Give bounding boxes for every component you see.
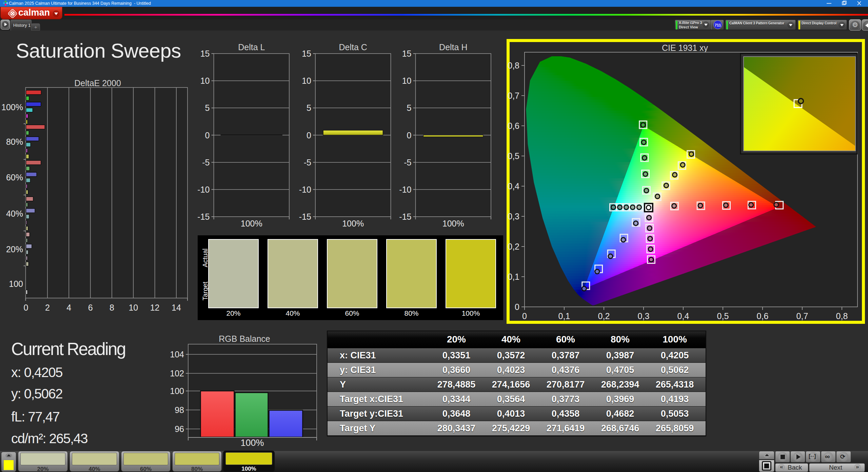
svg-text:104: 104 [170, 350, 184, 359]
svg-text:0,2: 0,2 [508, 242, 519, 251]
svg-text:0,1: 0,1 [558, 311, 570, 321]
svg-text:0,6: 0,6 [757, 311, 769, 321]
svg-text:0,4: 0,4 [677, 311, 689, 321]
svg-text:0,5: 0,5 [508, 151, 519, 161]
svg-text:0: 0 [522, 311, 527, 321]
svg-text:0,7: 0,7 [508, 91, 519, 100]
svg-text:96: 96 [175, 424, 184, 434]
svg-text:0,8: 0,8 [508, 61, 519, 70]
svg-text:0,5: 0,5 [717, 311, 729, 321]
svg-text:100%: 100% [240, 438, 264, 448]
svg-text:0,3: 0,3 [508, 212, 519, 221]
svg-text:0,2: 0,2 [598, 311, 610, 321]
svg-text:0,4: 0,4 [508, 181, 519, 191]
svg-text:0: 0 [515, 302, 519, 312]
svg-text:0,3: 0,3 [638, 311, 650, 321]
svg-text:RGB Balance: RGB Balance [219, 334, 270, 343]
svg-text:102: 102 [170, 369, 184, 378]
svg-text:CIE 1931 xy: CIE 1931 xy [662, 43, 708, 53]
svg-text:0,8: 0,8 [836, 311, 848, 321]
svg-text:0,6: 0,6 [508, 121, 519, 131]
svg-text:100: 100 [170, 386, 184, 396]
svg-text:98: 98 [175, 405, 184, 415]
svg-text:0,1: 0,1 [508, 272, 519, 281]
svg-text:0,7: 0,7 [796, 311, 808, 321]
